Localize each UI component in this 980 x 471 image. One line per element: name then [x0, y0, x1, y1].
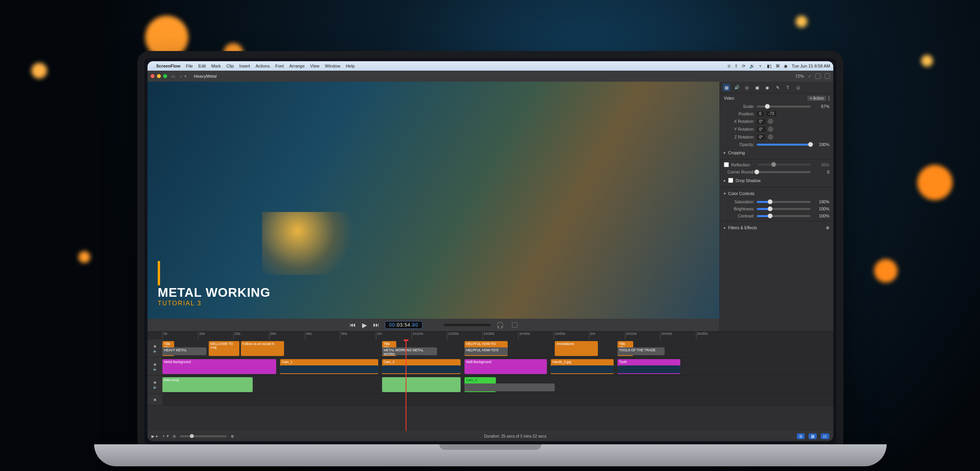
playhead[interactable]	[406, 340, 406, 431]
tab-text-icon[interactable]: T	[784, 84, 791, 91]
dropshadow-checkbox[interactable]	[728, 178, 733, 183]
step-forward-icon[interactable]: ⏭	[373, 322, 379, 328]
track-visibility-icon[interactable]: ◉	[153, 380, 157, 384]
timeline-clip[interactable]	[464, 383, 555, 391]
fit-icon[interactable]: ⤢	[808, 74, 811, 79]
add-track-icon[interactable]: ＋ ▾	[162, 433, 169, 439]
battery-icon[interactable]: ▮▯	[767, 64, 772, 69]
chapters-icon[interactable]: ⊞	[797, 433, 805, 439]
yrot-dial[interactable]	[768, 126, 773, 132]
add-filter-icon[interactable]: ⊕	[826, 225, 829, 230]
sync-icon[interactable]: ⟳	[742, 64, 745, 69]
timeline-clip[interactable]: Metal Background	[162, 359, 276, 374]
contrast-slider[interactable]	[757, 215, 811, 217]
menu-clip[interactable]: Clip	[226, 64, 234, 68]
add-action-button[interactable]: + Action	[807, 96, 826, 101]
saturation-value[interactable]: 100%	[813, 199, 829, 204]
timeline-clip[interactable]: TOOLS OF THE TRADE	[618, 347, 665, 355]
yrot-value[interactable]: 0°	[757, 127, 765, 132]
track-visibility-icon[interactable]: ◉	[153, 344, 157, 348]
timeline-clip[interactable]	[618, 365, 680, 373]
timeline-clip[interactable]	[551, 365, 614, 373]
menu-insert[interactable]: Insert	[239, 64, 250, 68]
add-media-icon[interactable]: ＋ ▾	[179, 73, 187, 79]
menu-edit[interactable]: Edit	[198, 64, 206, 68]
zrot-dial[interactable]	[768, 134, 773, 140]
collapse-inspector-icon[interactable]	[512, 322, 517, 328]
timecode[interactable]: 00:03:54.80	[385, 321, 423, 329]
dropbox-icon[interactable]: ⇪	[734, 64, 738, 69]
menu-window[interactable]: Window	[325, 64, 340, 68]
menu-arrange[interactable]: Arrange	[289, 64, 304, 68]
tab-callout-icon[interactable]: ▣	[754, 84, 761, 91]
track-1-body[interactable]: Title ClipHEAVY METALWELCOME TO THEFollo…	[162, 340, 833, 357]
zoom-window-icon[interactable]	[163, 74, 167, 78]
tab-video-icon[interactable]: ▦	[723, 84, 730, 91]
preview-canvas[interactable]: METAL WORKING TUTORIAL 3	[148, 82, 720, 319]
corner-value[interactable]: 0	[813, 170, 829, 174]
section-dropshadow[interactable]: ▸Drop Shadow	[720, 175, 833, 185]
opacity-slider[interactable]	[757, 144, 811, 146]
brightness-slider[interactable]	[757, 208, 811, 210]
track-4-body[interactable]	[162, 394, 833, 405]
position-y[interactable]: -73	[766, 111, 776, 116]
menu-view[interactable]: View	[310, 64, 320, 68]
timeline-clip[interactable]: HEAVY METAL	[162, 347, 206, 355]
menu-font[interactable]: Font	[275, 64, 284, 68]
menubar-app[interactable]: ScreenFlow	[156, 64, 180, 68]
section-cropping[interactable]: ▸Cropping	[720, 148, 833, 157]
track-3-body[interactable]: Intro songCam_3	[162, 376, 833, 393]
close-window-icon[interactable]	[151, 74, 155, 78]
volume-icon[interactable]: 🔊	[749, 64, 755, 69]
markers-icon[interactable]: ▦	[809, 433, 817, 439]
contrast-value[interactable]: 100%	[813, 214, 829, 218]
timeline-clip[interactable]	[382, 377, 461, 392]
track-2-body[interactable]: Metal BackgroundCam_1Cam_2Wall-Backgroun…	[162, 358, 833, 375]
track-visibility-icon[interactable]: ◉	[153, 398, 157, 402]
timeline-ruler[interactable]: 0s10s20s30s40s50s1m1m10s1m20s1m30s1m40s1…	[148, 332, 833, 340]
saturation-slider[interactable]	[757, 201, 811, 203]
canvas-zoom[interactable]: 72%	[795, 74, 804, 78]
camera-icon[interactable]: ⎚	[728, 64, 730, 68]
reflection-checkbox[interactable]	[724, 162, 729, 167]
pointer-tool-icon[interactable]: ▶ ▾	[151, 434, 158, 438]
scale-slider[interactable]	[757, 106, 811, 108]
tab-screenrec-icon[interactable]: ◎	[743, 84, 750, 91]
scale-value[interactable]: 67%	[813, 104, 829, 109]
track-mute-icon[interactable]: 🔈	[153, 349, 157, 353]
position-x[interactable]: 0	[757, 111, 764, 116]
section-filters[interactable]: ▸Filters & Effects⊕	[720, 223, 833, 232]
zoom-out-icon[interactable]: ⊖	[173, 434, 176, 438]
corner-slider[interactable]	[757, 171, 811, 173]
zoom-in-icon[interactable]: ⊕	[231, 434, 234, 438]
opacity-value[interactable]: 100%	[813, 142, 829, 147]
zrot-value[interactable]: 0°	[757, 135, 765, 140]
xrot-dial[interactable]	[768, 119, 773, 124]
timeline-clip[interactable]: HELPFUL HOW-TO'S	[464, 347, 508, 355]
play-icon[interactable]: ▶	[361, 322, 368, 328]
timeline-zoom-slider[interactable]	[180, 435, 227, 437]
tab-audio-icon[interactable]: 🔊	[733, 84, 740, 91]
section-colorcontrols[interactable]: ▾Color Controls	[720, 189, 833, 198]
library-toggle-icon[interactable]	[825, 73, 830, 79]
control-center-icon[interactable]: ⌘	[776, 64, 780, 69]
timeline-clip[interactable]: METAL WORKING METAL WORKI	[382, 347, 437, 355]
tab-touch-icon[interactable]: ◉	[764, 84, 771, 91]
captions-icon[interactable]: cc	[821, 433, 829, 439]
menubar-clock[interactable]: Tue Jun 15 8:58 AM	[792, 64, 830, 68]
timeline-clip[interactable]: Intro song	[162, 377, 253, 392]
tab-media-icon[interactable]: ⌸	[794, 84, 801, 91]
track-mute-icon[interactable]: 🔈	[153, 367, 157, 371]
xrot-value[interactable]: 0°	[757, 119, 765, 124]
menu-file[interactable]: File	[186, 64, 193, 68]
menu-actions[interactable]: Actions	[255, 64, 270, 68]
minimize-window-icon[interactable]	[157, 74, 161, 78]
menu-help[interactable]: Help	[346, 64, 355, 68]
track-mute-icon[interactable]: 🔈	[153, 385, 157, 389]
timeline-clip[interactable]	[280, 365, 378, 373]
track-visibility-icon[interactable]: ◉	[153, 362, 157, 366]
timeline-clip[interactable]: Annotations	[555, 341, 598, 356]
timeline-clip[interactable]: Follow us on social m	[241, 341, 284, 356]
step-back-icon[interactable]: ⏮	[350, 322, 356, 328]
timeline-clip[interactable]: WELCOME TO THE	[209, 341, 239, 356]
